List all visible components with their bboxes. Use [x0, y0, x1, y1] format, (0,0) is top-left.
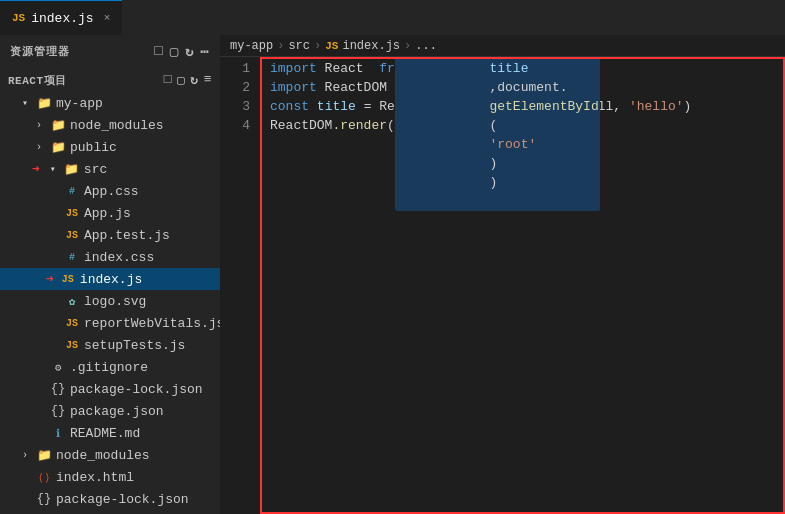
- folder-icon-src: 📁: [64, 162, 80, 177]
- git-icon-gitignore: ⚙: [50, 361, 66, 374]
- token-title-var: title: [317, 97, 356, 116]
- arrow-src: ▾: [46, 163, 60, 175]
- tree-item-app-test-js[interactable]: › JS App.test.js: [0, 224, 220, 246]
- tree-item-index-js[interactable]: ➜ JS index.js: [0, 268, 220, 290]
- tree-item-app-css[interactable]: › # App.css: [0, 180, 220, 202]
- index-js-arrow-indicator: ➜: [46, 271, 54, 287]
- token-root: 'root': [489, 137, 536, 152]
- label-app-test-js: App.test.js: [84, 228, 170, 243]
- tree-item-my-app[interactable]: ▾ 📁 my-app: [0, 92, 220, 114]
- token-import-2: import: [270, 78, 317, 97]
- json-icon-package-json: {}: [50, 404, 66, 418]
- tree-item-package-lock-json[interactable]: › {} package-lock.json: [0, 378, 220, 400]
- line-numbers: 1 2 3 4: [220, 57, 260, 514]
- breadcrumb-index-js: index.js: [342, 39, 400, 53]
- label-node-modules: node_modules: [70, 118, 164, 133]
- token-space-1: React: [317, 59, 379, 78]
- tree-item-package-json-outer[interactable]: › {} package.json: [0, 510, 220, 514]
- token-hello: 'hello': [629, 97, 684, 116]
- tab-label: index.js: [31, 11, 93, 26]
- label-package-json: package.json: [70, 404, 164, 419]
- breadcrumb-ellipsis: ...: [415, 39, 437, 53]
- folder-icon-node-modules: 📁: [50, 118, 66, 133]
- json-icon-package-lock: {}: [50, 382, 66, 396]
- tree-item-src[interactable]: ➜ ▾ 📁 src: [0, 158, 220, 180]
- js-file-icon: JS: [12, 12, 25, 24]
- new-file-btn[interactable]: □: [164, 72, 172, 88]
- tree-item-gitignore[interactable]: › ⚙ .gitignore: [0, 356, 220, 378]
- label-index-html: index.html: [56, 470, 134, 485]
- arrow-public: ›: [32, 142, 46, 153]
- token-line4-highlight: title ,document. getElementById ( 'root'…: [395, 57, 600, 211]
- js-icon-reportwebvitals: JS: [64, 318, 80, 329]
- tree-item-node-modules-outer[interactable]: › 📁 node_modules: [0, 444, 220, 466]
- file-tree: ▾ 📁 my-app › 📁 node_modules › 📁 public ➜…: [0, 92, 220, 514]
- token-paren-2: ): [684, 97, 692, 116]
- label-app-css: App.css: [84, 184, 139, 199]
- label-setuptests: setupTests.js: [84, 338, 185, 353]
- html-icon-index-html: ⟨⟩: [36, 471, 52, 484]
- token-getbyid: getElementById: [489, 99, 598, 114]
- token-paren-id-1: (: [489, 118, 497, 133]
- token-space-3: ReactDOM: [317, 78, 395, 97]
- token-title-ref: title: [489, 61, 528, 76]
- arrow-node-modules-outer: ›: [18, 450, 32, 461]
- token-paren-close: ): [489, 175, 497, 190]
- tree-item-readme[interactable]: › ℹ README.md: [0, 422, 220, 444]
- tree-item-package-lock-outer[interactable]: › {} package-lock.json: [0, 488, 220, 510]
- tree-item-node-modules-1[interactable]: › 📁 node_modules: [0, 114, 220, 136]
- label-package-lock-outer: package-lock.json: [56, 492, 189, 507]
- tree-item-logo-svg[interactable]: › ✿ logo.svg: [0, 290, 220, 312]
- code-content[interactable]: import React from 'react' import ReactDO…: [260, 57, 785, 514]
- folder-icon-my-app: 📁: [36, 96, 52, 111]
- sidebar-title: 资源管理器: [10, 44, 70, 59]
- tree-item-index-css[interactable]: › # index.css: [0, 246, 220, 268]
- token-import-1: import: [270, 59, 317, 78]
- json-icon-package-lock-outer: {}: [36, 492, 52, 506]
- arrow-my-app: ▾: [18, 97, 32, 109]
- breadcrumb-sep-3: ›: [404, 39, 411, 53]
- js-icon-index-js: JS: [60, 274, 76, 285]
- new-folder-icon[interactable]: ▢: [170, 43, 179, 60]
- svg-icon-logo: ✿: [64, 295, 80, 308]
- code-area: 1 2 3 4 import React from 'react': [220, 57, 785, 514]
- tab-index-js[interactable]: JS index.js ×: [0, 0, 122, 35]
- arrow-node-modules: ›: [32, 120, 46, 131]
- tree-item-public[interactable]: › 📁 public: [0, 136, 220, 158]
- tab-close-button[interactable]: ×: [104, 12, 111, 24]
- breadcrumb-js-icon: JS: [325, 40, 338, 52]
- collapse-btn[interactable]: ≡: [204, 72, 212, 88]
- sidebar-header-icons: □ ▢ ↻ ⋯: [154, 43, 210, 60]
- new-file-icon[interactable]: □: [154, 43, 163, 60]
- md-icon-readme: ℹ: [50, 427, 66, 440]
- label-index-css: index.css: [84, 250, 154, 265]
- tab-bar: JS index.js ×: [0, 0, 785, 35]
- collapse-icon[interactable]: ⋯: [201, 43, 210, 60]
- label-node-modules-outer: node_modules: [56, 448, 150, 463]
- tree-item-setuptests[interactable]: › JS setupTests.js: [0, 334, 220, 356]
- token-reactdom-plain: ReactDOM.: [270, 116, 340, 135]
- line-num-4: 4: [220, 116, 250, 135]
- token-render: render: [340, 116, 387, 135]
- line-num-1: 1: [220, 59, 250, 78]
- refresh-icon[interactable]: ↻: [185, 43, 194, 60]
- label-my-app: my-app: [56, 96, 103, 111]
- label-gitignore: .gitignore: [70, 360, 148, 375]
- tree-item-app-js[interactable]: › JS App.js: [0, 202, 220, 224]
- token-comma-2: ,document.: [489, 80, 567, 95]
- refresh-btn[interactable]: ↻: [190, 72, 198, 88]
- sidebar-header: 资源管理器 □ ▢ ↻ ⋯: [0, 35, 220, 68]
- token-const: const: [270, 97, 309, 116]
- project-label: REACT项目: [8, 73, 67, 88]
- tree-item-package-json[interactable]: › {} package.json: [0, 400, 220, 422]
- js-icon-setuptests: JS: [64, 340, 80, 351]
- new-folder-btn[interactable]: ▢: [177, 72, 185, 88]
- label-public: public: [70, 140, 117, 155]
- project-section-header: REACT项目 □ ▢ ↻ ≡: [0, 68, 220, 92]
- line-num-2: 2: [220, 78, 250, 97]
- tree-item-index-html[interactable]: › ⟨⟩ index.html: [0, 466, 220, 488]
- label-index-js: index.js: [80, 272, 142, 287]
- label-readme: README.md: [70, 426, 140, 441]
- tree-item-reportwebvitals[interactable]: › JS reportWebVitals.js: [0, 312, 220, 334]
- main-area: 资源管理器 □ ▢ ↻ ⋯ REACT项目 □ ▢ ↻ ≡ ▾ 📁 my-app: [0, 35, 785, 514]
